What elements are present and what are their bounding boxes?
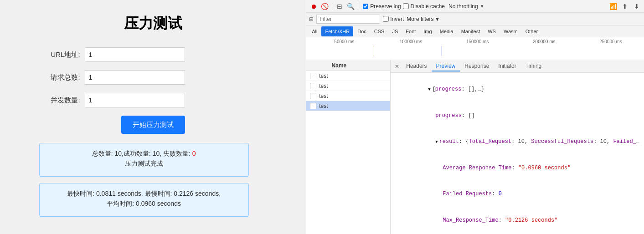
detail-tabs-container: HeadersPreviewResponseInitiatorTiming: [402, 61, 546, 71]
devtools-panel: ⏺ 🚫 ⊟ 🔍 Preserve log Disable cache No th…: [306, 0, 644, 234]
type-tab-manifest[interactable]: Manifest: [458, 26, 484, 36]
detail-content: {progress: [],…} progress: [] result: {T…: [391, 73, 644, 234]
file-icon: [310, 103, 316, 109]
network-item-name: test: [319, 93, 328, 99]
type-tab-ws[interactable]: WS: [484, 26, 500, 36]
type-tab-all[interactable]: All: [308, 26, 321, 36]
type-tab-fetch-xhr[interactable]: Fetch/XHR: [321, 26, 353, 36]
detail-tab-response[interactable]: Response: [460, 61, 494, 71]
filter-bar: ⊟ Invert More filters ▼: [306, 13, 644, 25]
disable-cache-label: Disable cache: [411, 3, 445, 10]
type-tabs: AllFetch/XHRDocCSSJSFontImgMediaManifest…: [306, 25, 644, 37]
type-tab-img[interactable]: Img: [420, 26, 435, 36]
network-list: Headers Name testtesttesttest: [306, 60, 391, 234]
file-icon: [310, 73, 316, 79]
more-filters-button[interactable]: More filters ▼: [407, 16, 440, 22]
download-icon[interactable]: ⬇: [632, 2, 641, 11]
detail-tab-initiator[interactable]: Initiator: [494, 61, 520, 71]
signal-icon[interactable]: 📶: [608, 2, 618, 11]
timeline-label: 200000 ms: [511, 39, 577, 44]
json-line-4: Average_Response_Time: "0.0960 seconds": [395, 155, 639, 182]
network-item[interactable]: test: [306, 81, 390, 91]
network-item-name: test: [319, 73, 328, 79]
timeline-label: 100000 ms: [377, 39, 444, 44]
time-box: 最快时间: 0.0811 seconds, 最慢时间: 0.2126 secon…: [39, 183, 249, 217]
type-tab-doc[interactable]: Doc: [354, 26, 370, 36]
disable-cache-checkbox[interactable]: [403, 3, 409, 9]
detail-close-button[interactable]: ✕: [393, 63, 401, 70]
detail-panel: ✕ HeadersPreviewResponseInitiatorTiming …: [391, 60, 644, 234]
url-label: URL地址:: [39, 51, 80, 59]
no-throttling-label: No throttling: [448, 3, 478, 10]
network-item-name: test: [319, 103, 328, 109]
type-tab-js[interactable]: JS: [388, 26, 402, 36]
network-items-container: testtesttesttest: [306, 71, 390, 111]
preserve-log-checkbox[interactable]: [363, 4, 368, 9]
separator-1: [332, 3, 332, 10]
invert-area: Invert: [383, 16, 404, 22]
total-row: 请求总数:: [39, 70, 267, 85]
more-filters-label: More filters: [407, 16, 433, 22]
concur-input[interactable]: [85, 93, 185, 107]
file-icon: [310, 83, 316, 89]
filter-input[interactable]: [316, 15, 380, 24]
total-label: 请求总数:: [39, 73, 80, 82]
type-tab-wasm[interactable]: Wasm: [500, 26, 521, 36]
time-line-2: 平均时间: 0.0960 seconds: [49, 200, 239, 208]
timeline-marker-2: [442, 46, 442, 56]
result-text-1: 总数量: 10,成功数量: 10, 失败数量: 0: [92, 150, 196, 157]
content-area: Headers Name testtesttesttest ✕ HeadersP…: [306, 60, 644, 234]
toolbar-icons-right: 📶 ⬆ ⬇: [608, 2, 641, 11]
total-input[interactable]: [85, 70, 185, 85]
network-header: Headers Name: [306, 60, 390, 71]
timeline-labels: 50000 ms100000 ms150000 ms200000 ms25000…: [306, 39, 644, 44]
detail-tabs: ✕ HeadersPreviewResponseInitiatorTiming: [391, 60, 644, 73]
detail-tab-timing[interactable]: Timing: [521, 61, 546, 71]
time-line-1: 最快时间: 0.0811 seconds, 最慢时间: 0.2126 secon…: [49, 190, 239, 198]
throttling-dropdown-icon[interactable]: ▼: [480, 4, 484, 9]
collapse-icon-1[interactable]: [428, 86, 432, 92]
file-icon: [310, 93, 316, 99]
timeline-label: 50000 ms: [311, 39, 377, 44]
type-tab-font[interactable]: Font: [402, 26, 419, 36]
preserve-log-label: Preserve log: [370, 3, 401, 10]
preserve-log-area: Preserve log: [363, 3, 401, 10]
detail-tab-preview[interactable]: Preview: [432, 61, 460, 71]
network-item[interactable]: test: [306, 71, 390, 81]
network-item-name: test: [319, 83, 328, 89]
detail-tab-headers[interactable]: Headers: [402, 61, 431, 71]
network-item[interactable]: test: [306, 91, 390, 101]
clear-icon[interactable]: 🚫: [320, 2, 329, 11]
concur-label: 并发数量:: [39, 96, 80, 105]
timeline-label: 250000 ms: [577, 39, 644, 44]
timeline-marker-1: [374, 46, 374, 56]
network-item[interactable]: test: [306, 101, 390, 111]
invert-label: Invert: [390, 16, 404, 22]
upload-icon[interactable]: ⬆: [620, 2, 629, 11]
invert-checkbox[interactable]: [383, 16, 389, 22]
left-panel: 压力测试 URL地址: 请求总数: 并发数量: 开始压力测试 总数量: 10,成…: [0, 0, 306, 234]
concur-row: 并发数量:: [39, 93, 267, 107]
filter-funnel-icon: ⊟: [309, 16, 314, 22]
name-col-label: Name: [332, 62, 347, 69]
json-line-2: progress: []: [395, 103, 639, 129]
separator-2: [358, 3, 358, 10]
stop-icon[interactable]: ⏺: [309, 2, 318, 11]
form-section: URL地址: 请求总数: 并发数量: 开始压力测试 总数量: 10,成功数量: …: [39, 47, 267, 217]
json-line-5: Failed_Requests: 0: [395, 181, 639, 208]
type-tab-media[interactable]: Media: [436, 26, 457, 36]
filter-icon[interactable]: ⊟: [335, 2, 344, 11]
disable-cache-area: Disable cache: [403, 3, 445, 10]
type-tab-css[interactable]: CSS: [371, 26, 388, 36]
devtools-toolbar: ⏺ 🚫 ⊟ 🔍 Preserve log Disable cache No th…: [306, 0, 644, 13]
url-input[interactable]: [85, 47, 185, 62]
json-line-1: {progress: [],…}: [395, 76, 639, 103]
result-line-1: 总数量: 10,成功数量: 10, 失败数量: 0: [49, 150, 239, 158]
url-row: URL地址:: [39, 47, 267, 62]
timeline-area: 50000 ms100000 ms150000 ms200000 ms25000…: [306, 37, 644, 60]
collapse-icon-2[interactable]: [435, 138, 439, 145]
search-icon[interactable]: 🔍: [346, 2, 355, 11]
start-button[interactable]: 开始压力测试: [121, 116, 185, 134]
json-line-3: result: {Total_Request: 10, Successful_R…: [395, 129, 639, 155]
type-tab-other[interactable]: Other: [522, 26, 542, 36]
